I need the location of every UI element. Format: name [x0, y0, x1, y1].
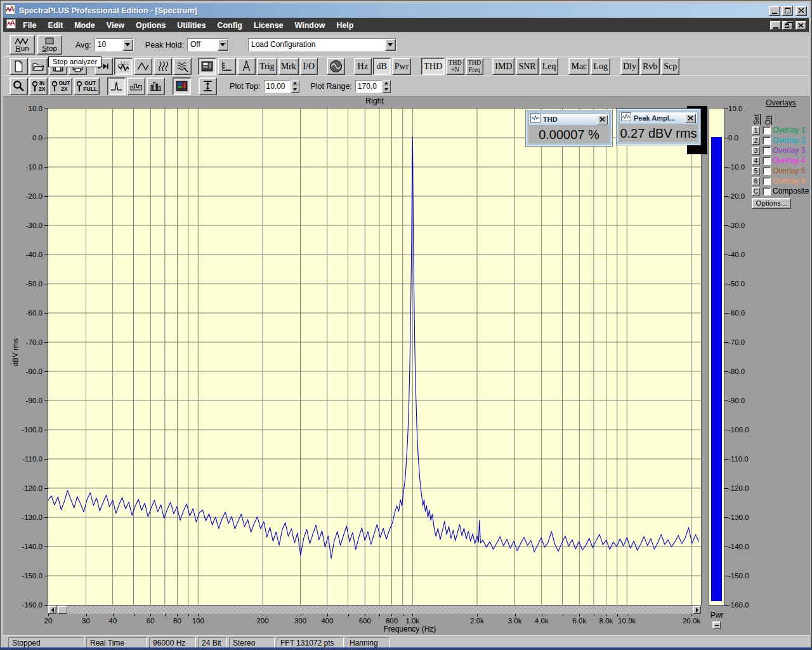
run-button[interactable]: Run	[10, 35, 35, 55]
new-file-button[interactable]	[10, 58, 28, 75]
menu-options[interactable]: Options	[130, 19, 171, 32]
pwr-button[interactable]: Pwr	[392, 58, 412, 75]
delay-button[interactable]: Dly	[620, 58, 639, 75]
spectrum-plot-button[interactable]	[107, 77, 126, 95]
db-button[interactable]: dB	[373, 58, 391, 75]
hz-button[interactable]: Hz	[354, 58, 372, 75]
overlay-on-checkbox-5[interactable]	[763, 167, 771, 175]
load-configuration-dropdown-button[interactable]	[385, 39, 396, 51]
peak-hold-select[interactable]: Off	[187, 38, 229, 51]
y-tick-right	[724, 313, 728, 314]
maximize-button[interactable]	[782, 6, 793, 16]
mdi-restore-button[interactable]	[782, 21, 793, 30]
y-axis-tick-label: -50.0	[3, 279, 43, 288]
y-axis-tick-label-right: -10.0	[728, 162, 760, 171]
menu-license[interactable]: License	[248, 19, 289, 32]
horizontal-scrollbar[interactable]	[48, 606, 701, 614]
menu-mode[interactable]: Mode	[69, 19, 101, 32]
scroll-right-button[interactable]	[693, 606, 701, 614]
overlay-label: Overlay 3	[773, 146, 805, 155]
snr-button[interactable]: SNR	[516, 58, 538, 75]
button-label: IMD	[495, 62, 512, 71]
waveform-view-button[interactable]	[134, 58, 152, 75]
zoom-button[interactable]	[10, 77, 28, 95]
overlay-on-checkbox-4[interactable]	[763, 157, 771, 165]
overlay-on-checkbox-6[interactable]	[763, 177, 771, 185]
scope-button[interactable]: Scp	[661, 58, 679, 75]
plot-range-input-spin-up[interactable]	[383, 80, 391, 86]
menu-file[interactable]: File	[17, 19, 43, 32]
thd-window-titlebar[interactable]: THD	[528, 113, 610, 126]
menu-window[interactable]: Window	[289, 19, 331, 32]
chevron-down-icon	[125, 43, 130, 46]
menu-view[interactable]: View	[101, 19, 130, 32]
open-file-button[interactable]	[29, 58, 48, 75]
overlay-on-checkbox-3[interactable]	[763, 147, 771, 155]
histogram-plot-button[interactable]	[147, 77, 165, 95]
close-icon	[688, 116, 693, 121]
vertical-scale-button[interactable]	[199, 77, 217, 95]
overlay-set-button-3[interactable]: 3	[752, 147, 760, 155]
menu-edit[interactable]: Edit	[43, 19, 69, 32]
overlay-on-checkbox-2[interactable]	[763, 136, 771, 145]
plot-top-input-spin-down[interactable]	[291, 86, 299, 93]
zoom-out-2x-button[interactable]: OUT2X	[49, 77, 72, 95]
overlay-on-checkbox-c[interactable]	[763, 187, 771, 196]
power-bar-options-button[interactable]	[712, 621, 721, 629]
plot-range-input-spin-down[interactable]	[383, 86, 391, 93]
bar-plot-button[interactable]	[127, 77, 145, 95]
log-button[interactable]: Log	[591, 58, 610, 75]
overlay-on-checkbox-1[interactable]	[763, 126, 771, 135]
thd-freq-button[interactable]: THDFreq	[466, 58, 484, 75]
mdi-close-button[interactable]	[796, 21, 806, 30]
zoom-in-2x-button[interactable]: IN2X	[29, 77, 48, 95]
thd-close-button[interactable]	[597, 115, 608, 124]
signal-generator-button[interactable]	[327, 58, 345, 75]
display-settings-button[interactable]	[198, 58, 216, 75]
zoom-out-full-button[interactable]: OUTFULL	[74, 77, 100, 95]
imd-button[interactable]: IMD	[492, 58, 514, 75]
peak-window-titlebar[interactable]: Peak Ampl...	[619, 112, 698, 124]
overlay-label: Composite	[773, 187, 809, 196]
peak-hold-dropdown-button[interactable]	[218, 39, 228, 51]
reverb-button[interactable]: Rvb	[640, 58, 660, 75]
scales-button[interactable]	[218, 58, 236, 75]
scroll-left-button[interactable]	[48, 606, 56, 614]
io-button[interactable]: I/O	[300, 58, 318, 75]
plot-range-label: Plot Range:	[311, 82, 352, 91]
thd-plus-n-button[interactable]: THD+N	[446, 58, 464, 75]
button-label: Leq	[542, 62, 556, 71]
menu-utilities[interactable]: Utilities	[171, 19, 211, 32]
peak-amplitude-readout-window[interactable]: Peak Ampl... 0.27 dBV rms	[616, 109, 701, 145]
title-bar[interactable]: SpectraPLUS Professional Edition - [Spec…	[3, 3, 809, 18]
calibration-button[interactable]	[237, 58, 256, 75]
plot-top-input-spin-up[interactable]	[291, 80, 299, 86]
minimize-button[interactable]	[769, 6, 780, 16]
y-axis-tick-label-right: -90.0	[728, 396, 760, 405]
thd-button[interactable]: THD	[421, 58, 445, 75]
leq-button[interactable]: Leq	[540, 58, 559, 75]
stop-button[interactable]: Stop	[37, 35, 62, 55]
mdi-minimize-button[interactable]	[770, 21, 781, 30]
macro-button[interactable]: Mac	[568, 58, 589, 75]
overlay-set-button-6[interactable]: 6	[752, 177, 760, 185]
scrollbar-thumb[interactable]	[58, 606, 67, 614]
spectrogram-view-button[interactable]	[154, 58, 172, 75]
spectrum-view-button[interactable]	[114, 58, 133, 75]
close-button[interactable]	[796, 6, 807, 16]
thd-readout-window[interactable]: THD 0.00007 %	[525, 110, 613, 147]
power-bar-label: Pwr	[707, 611, 726, 620]
marker-button[interactable]: Mrk	[278, 58, 299, 75]
spectrum-plot[interactable]	[48, 109, 701, 605]
plot-range-input[interactable]	[355, 80, 382, 93]
avg-select[interactable]: 10	[95, 38, 134, 51]
load-configuration-select[interactable]: Load Configuration	[248, 38, 396, 51]
peak-close-button[interactable]	[685, 114, 696, 123]
avg-dropdown-button[interactable]	[122, 39, 133, 51]
menu-help[interactable]: Help	[331, 19, 359, 32]
surface-view-button[interactable]	[173, 58, 192, 75]
menu-config[interactable]: Config	[211, 19, 248, 32]
plot-top-input[interactable]	[264, 80, 291, 93]
display-options-button[interactable]	[173, 77, 191, 95]
trigger-button[interactable]: Trig	[257, 58, 277, 75]
